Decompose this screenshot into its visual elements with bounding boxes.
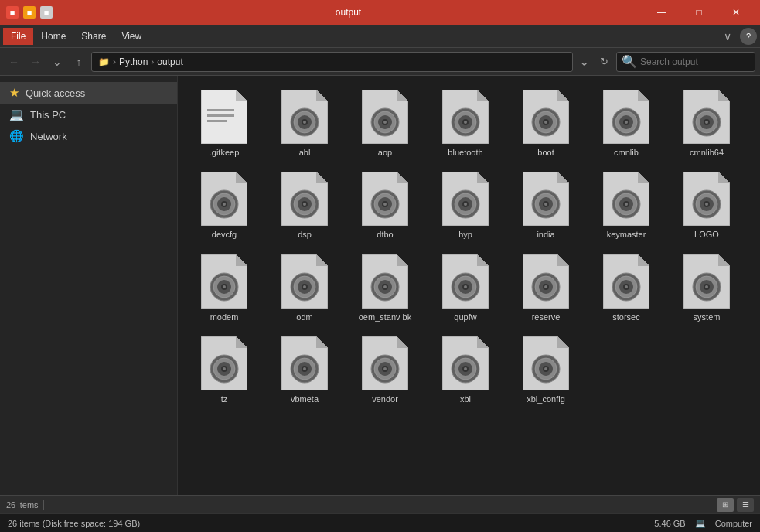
maximize-button[interactable]: □ bbox=[681, 0, 717, 25]
file-item-dsp[interactable]: dsp bbox=[266, 165, 343, 244]
help-button[interactable]: ? bbox=[740, 28, 757, 45]
svg-marker-48 bbox=[236, 172, 247, 183]
network-icon: 🌐 bbox=[9, 129, 24, 143]
file-item-aop[interactable]: aop bbox=[346, 84, 424, 162]
file-icon-vbmeta bbox=[281, 336, 328, 390]
address-path[interactable]: 📁 › Python › output bbox=[91, 52, 573, 72]
file-label-odm: odm bbox=[296, 312, 312, 322]
file-label-abl: abl bbox=[299, 147, 311, 158]
file-item-keymaster[interactable]: keymaster bbox=[588, 165, 665, 244]
address-bar: ← → ⌄ ↑ 📁 › Python › output ⌄ ↻ 🔍 bbox=[0, 48, 760, 76]
file-item-vbmeta[interactable]: vbmeta bbox=[266, 330, 343, 409]
search-icon: 🔍 bbox=[622, 54, 637, 69]
file-label-keymaster: keymaster bbox=[607, 229, 646, 240]
svg-marker-27 bbox=[557, 90, 569, 101]
menu-view[interactable]: View bbox=[114, 28, 149, 45]
computer-icon: 💻 bbox=[695, 518, 706, 528]
refresh-button[interactable]: ↻ bbox=[595, 53, 613, 71]
file-item-bluetooth[interactable]: bluetooth bbox=[427, 84, 504, 162]
disk-size: 5.46 GB bbox=[654, 519, 685, 528]
file-item-cmnlib64[interactable]: cmnlib64 bbox=[668, 84, 745, 162]
file-item-abl[interactable]: abl bbox=[266, 84, 343, 162]
file-item-system[interactable]: system bbox=[668, 248, 745, 327]
svg-point-144 bbox=[705, 285, 708, 288]
svg-point-74 bbox=[464, 203, 467, 206]
menu-bar: File Home Share View ∨ ? bbox=[0, 25, 760, 48]
svg-marker-111 bbox=[397, 254, 408, 266]
history-dropdown-button[interactable]: ⌄ bbox=[48, 53, 66, 71]
file-item-oem_stanvbk[interactable]: oem_stanv bk bbox=[346, 248, 424, 327]
file-item-reserve[interactable]: reserve bbox=[507, 248, 584, 327]
svg-point-32 bbox=[544, 121, 547, 124]
svg-point-25 bbox=[464, 121, 467, 124]
svg-point-95 bbox=[705, 203, 708, 206]
forward-button[interactable]: → bbox=[26, 53, 45, 71]
menu-home[interactable]: Home bbox=[33, 28, 73, 45]
sidebar-label-this-pc: This PC bbox=[30, 109, 66, 121]
file-icon-cmnlib64 bbox=[683, 90, 730, 144]
svg-marker-132 bbox=[638, 254, 649, 266]
svg-marker-13 bbox=[397, 90, 408, 101]
menu-share[interactable]: Share bbox=[73, 28, 114, 45]
file-label-gitkeep: .gitkeep bbox=[210, 147, 240, 158]
file-icon-dsp bbox=[281, 172, 328, 226]
file-item-devcfg[interactable]: devcfg bbox=[186, 165, 263, 244]
file-item-tz[interactable]: tz bbox=[186, 330, 263, 409]
file-item-cmnlib[interactable]: cmnlib bbox=[588, 84, 665, 162]
file-label-storsec: storsec bbox=[612, 312, 639, 322]
file-item-xbl[interactable]: xbl bbox=[427, 330, 504, 409]
file-label-oem_stanvbk: oem_stanv bk bbox=[359, 312, 411, 322]
svg-marker-104 bbox=[316, 254, 328, 266]
file-label-vbmeta: vbmeta bbox=[291, 394, 319, 404]
svg-marker-76 bbox=[557, 172, 569, 183]
svg-marker-83 bbox=[638, 172, 649, 183]
file-label-hyp: hyp bbox=[458, 229, 472, 240]
file-icon-hyp bbox=[442, 172, 489, 226]
sidebar-item-quick-access[interactable]: ★ Quick access bbox=[0, 82, 177, 104]
file-label-dsp: dsp bbox=[298, 229, 312, 240]
file-item-india[interactable]: india bbox=[507, 165, 584, 244]
file-item-storsec[interactable]: storsec bbox=[588, 248, 665, 327]
status-separator bbox=[43, 500, 44, 510]
file-item-vendor[interactable]: vendor bbox=[346, 330, 424, 409]
svg-point-81 bbox=[544, 203, 547, 206]
svg-point-179 bbox=[544, 367, 547, 370]
svg-point-60 bbox=[303, 203, 306, 206]
search-box[interactable]: 🔍 bbox=[616, 52, 755, 72]
file-item-boot[interactable]: boot bbox=[507, 84, 584, 162]
file-item-gitkeep[interactable]: .gitkeep bbox=[186, 84, 263, 162]
file-label-xbl: xbl bbox=[460, 394, 471, 404]
svg-point-123 bbox=[464, 285, 467, 288]
svg-marker-20 bbox=[477, 90, 489, 101]
file-label-cmnlib: cmnlib bbox=[614, 147, 639, 158]
menu-file[interactable]: File bbox=[3, 28, 33, 45]
svg-point-137 bbox=[625, 285, 628, 288]
back-button[interactable]: ← bbox=[5, 53, 23, 71]
search-input[interactable] bbox=[640, 56, 748, 67]
svg-point-67 bbox=[383, 203, 387, 206]
file-label-cmnlib64: cmnlib64 bbox=[690, 147, 724, 158]
file-item-xbl_config[interactable]: xbl_config bbox=[507, 330, 584, 409]
address-dropdown[interactable]: ⌄ bbox=[576, 52, 591, 72]
menu-expand-button[interactable]: ∨ bbox=[718, 27, 737, 46]
file-label-dtbo: dtbo bbox=[377, 229, 393, 240]
minimize-button[interactable]: — bbox=[644, 0, 680, 25]
file-item-odm[interactable]: odm bbox=[266, 248, 343, 327]
svg-marker-160 bbox=[397, 336, 408, 348]
svg-marker-90 bbox=[718, 172, 730, 183]
view-grid-button[interactable]: ⊞ bbox=[717, 498, 734, 512]
sidebar-item-this-pc[interactable]: 💻 This PC bbox=[0, 104, 177, 125]
file-grid: .gitkeep abl aop bluetooth bbox=[186, 84, 752, 409]
file-item-qupfw[interactable]: qupfw bbox=[427, 248, 504, 327]
file-label-system: system bbox=[694, 312, 721, 322]
close-button[interactable]: ✕ bbox=[718, 0, 754, 25]
sidebar-item-network[interactable]: 🌐 Network bbox=[0, 125, 177, 147]
svg-marker-97 bbox=[236, 254, 247, 266]
file-item-modem[interactable]: modem bbox=[186, 248, 263, 327]
view-list-button[interactable]: ☰ bbox=[737, 498, 754, 512]
file-icon-boot bbox=[523, 90, 569, 144]
up-button[interactable]: ↑ bbox=[70, 53, 88, 71]
file-item-dtbo[interactable]: dtbo bbox=[346, 165, 424, 244]
file-item-hyp[interactable]: hyp bbox=[427, 165, 504, 244]
file-item-LOGO[interactable]: LOGO bbox=[668, 165, 745, 244]
